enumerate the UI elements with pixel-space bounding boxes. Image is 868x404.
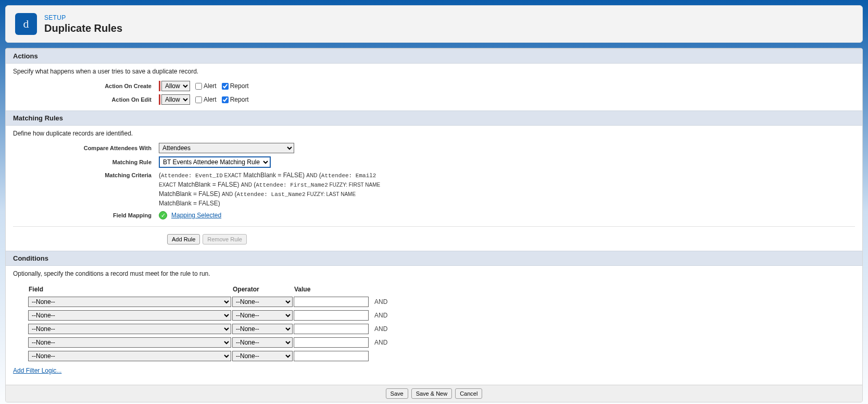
conditions-description: Optionally, specify the conditions a rec… <box>6 266 862 281</box>
and-label: AND <box>374 325 387 333</box>
condition-operator-select[interactable]: --None-- <box>232 351 293 361</box>
condition-field-select[interactable]: --None-- <box>28 310 231 321</box>
table-row: --None----None--AND <box>28 310 388 321</box>
row-action-on-create: Action On Create Allow Alert Report <box>6 79 862 93</box>
matching-description: Define how duplicate records are identif… <box>6 126 862 141</box>
condition-value-input[interactable] <box>294 324 369 334</box>
condition-field-select[interactable]: --None-- <box>28 297 231 307</box>
cancel-button[interactable]: Cancel <box>455 388 482 399</box>
content-card: Actions Specify what happens when a user… <box>5 48 863 402</box>
label-edit-alert: Alert <box>204 96 217 103</box>
table-row: --None----None--AND <box>28 323 388 335</box>
checkbox-edit-report-wrap[interactable]: Report <box>222 96 249 103</box>
label-matching-criteria: Matching Criteria <box>13 171 159 178</box>
page-title: Duplicate Rules <box>44 22 122 34</box>
condition-operator-select[interactable]: --None-- <box>232 324 293 334</box>
col-header-operator: Operator <box>232 286 293 294</box>
row-matching-criteria: Matching Criteria (Attendee: Event_ID EX… <box>6 169 862 210</box>
add-filter-logic-link[interactable]: Add Filter Logic... <box>13 367 61 374</box>
table-row: --None----None-- <box>28 350 388 362</box>
checkbox-edit-report[interactable] <box>222 96 229 103</box>
conditions-table: Field Operator Value --None----None--AND… <box>28 284 388 364</box>
label-action-on-create: Action On Create <box>13 83 159 89</box>
matching-criteria-text: (Attendee: Event_ID EXACT MatchBlank = F… <box>159 171 383 208</box>
section-header-actions: Actions <box>6 48 862 64</box>
checkbox-create-report[interactable] <box>222 83 229 90</box>
row-matching-rule: Matching Rule BT Events Attendee Matchin… <box>6 155 862 169</box>
rule-buttons-row: Add Rule Remove Rule <box>6 232 862 246</box>
add-rule-button[interactable]: Add Rule <box>167 234 200 244</box>
actions-description: Specify what happens when a user tries t… <box>6 64 862 79</box>
section-header-conditions: Conditions <box>6 251 862 266</box>
select-action-on-create[interactable]: Allow <box>161 81 190 91</box>
footer-button-bar: Save Save & New Cancel <box>6 385 862 402</box>
breadcrumb: SETUP <box>44 14 122 21</box>
select-compare-with[interactable]: Attendees <box>159 143 294 153</box>
col-header-field: Field <box>28 286 232 294</box>
checkbox-edit-alert[interactable] <box>195 96 202 103</box>
label-compare-with: Compare Attendees With <box>13 145 159 151</box>
table-row: --None----None--AND <box>28 337 388 348</box>
row-field-mapping: Field Mapping ✓ Mapping Selected <box>6 210 862 221</box>
check-circle-icon: ✓ <box>159 211 167 219</box>
mapping-selected-link[interactable]: Mapping Selected <box>171 212 221 219</box>
condition-value-input[interactable] <box>294 297 369 307</box>
condition-value-input[interactable] <box>294 351 369 361</box>
select-action-on-edit[interactable]: Allow <box>161 94 190 105</box>
condition-field-select[interactable]: --None-- <box>28 351 231 361</box>
condition-value-input[interactable] <box>294 337 369 348</box>
remove-rule-button[interactable]: Remove Rule <box>203 234 247 244</box>
checkbox-edit-alert-wrap[interactable]: Alert <box>195 96 217 103</box>
condition-value-input[interactable] <box>294 310 369 321</box>
label-create-report: Report <box>230 82 249 90</box>
condition-field-select[interactable]: --None-- <box>28 337 231 348</box>
page-header: d SETUP Duplicate Rules <box>5 5 863 43</box>
object-icon: d <box>15 13 37 35</box>
checkbox-create-alert[interactable] <box>195 83 202 90</box>
label-matching-rule: Matching Rule <box>13 159 159 165</box>
condition-operator-select[interactable]: --None-- <box>232 297 293 307</box>
checkbox-create-alert-wrap[interactable]: Alert <box>195 82 217 90</box>
save-button[interactable]: Save <box>386 388 408 399</box>
condition-field-select[interactable]: --None-- <box>28 324 231 334</box>
label-edit-report: Report <box>230 96 249 103</box>
condition-operator-select[interactable]: --None-- <box>232 310 293 321</box>
divider <box>13 226 855 227</box>
save-and-new-button[interactable]: Save & New <box>411 388 452 399</box>
label-action-on-edit: Action On Edit <box>13 96 159 103</box>
select-matching-rule[interactable]: BT Events Attendee Matching Rule <box>159 156 271 168</box>
header-text: SETUP Duplicate Rules <box>44 14 122 34</box>
label-create-alert: Alert <box>204 82 217 90</box>
condition-operator-select[interactable]: --None-- <box>232 337 293 348</box>
checkbox-create-report-wrap[interactable]: Report <box>222 82 249 90</box>
and-label: AND <box>374 312 387 319</box>
and-label: AND <box>374 339 387 346</box>
and-label: AND <box>374 298 387 305</box>
table-row: --None----None--AND <box>28 296 388 308</box>
row-action-on-edit: Action On Edit Allow Alert Report <box>6 93 862 106</box>
label-field-mapping: Field Mapping <box>13 212 159 218</box>
row-compare-with: Compare Attendees With Attendees <box>6 141 862 155</box>
section-header-matching: Matching Rules <box>6 111 862 126</box>
col-header-value: Value <box>293 286 369 294</box>
